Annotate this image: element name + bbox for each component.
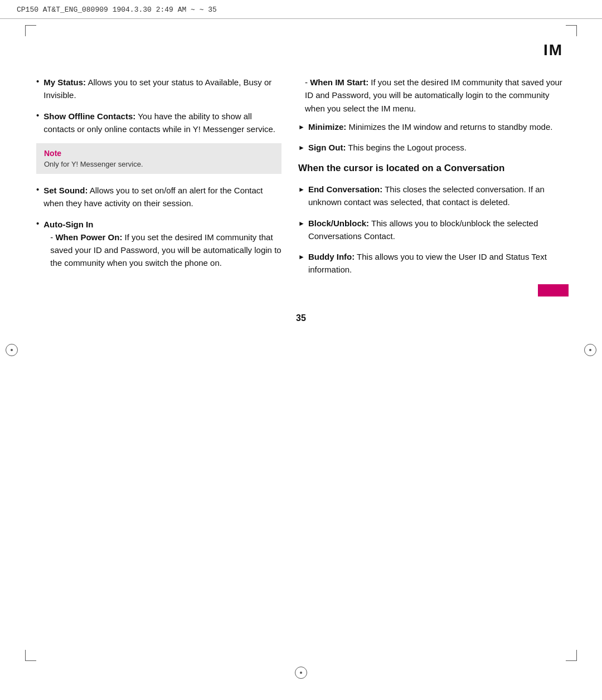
section-heading: When the cursor is located on a Conversa… (298, 162, 569, 175)
bullet-dot: • (36, 218, 39, 228)
tri-item-label: Minimize: (308, 122, 346, 132)
item-label: Set Sound: (43, 186, 88, 195)
bullet-dot: • (36, 184, 39, 194)
item-label: My Status: (43, 77, 86, 87)
note-text: Only for Y! Messenger service. (44, 160, 274, 168)
dash-item: - When IM Start: If you set the desired … (305, 76, 569, 115)
tri-item-text: Minimizes the IM window and returns to s… (346, 122, 552, 132)
tri-bullet-item: ► End Conversation: This closes the sele… (298, 183, 569, 209)
reg-circle-right (584, 344, 596, 356)
auto-sign-in-content: Auto-Sign In - When Power On: If you set… (43, 218, 281, 275)
bullet-dot: • (36, 110, 39, 120)
header-bar: CP150 AT&T_ENG_080909 1904.3.30 2:49 AM … (0, 0, 602, 19)
tri-content: End Conversation: This closes the select… (308, 183, 569, 209)
auto-sign-in-label: Auto-Sign In (43, 220, 93, 229)
page-number: 35 (0, 308, 602, 334)
page-title: IM (0, 19, 602, 70)
item-content: My Status: Allows you to set your status… (43, 76, 281, 102)
triangle-icon: ► (298, 122, 305, 133)
tri-item-label: Block/Unblock: (308, 218, 369, 228)
list-item: • Show Offline Contacts: You have the ab… (36, 110, 281, 136)
tri-bullet-item: ► Minimize: Minimizes the IM window and … (298, 120, 569, 133)
auto-sign-in-wrapper: • Auto-Sign In - When Power On: If you s… (36, 218, 281, 275)
tri-content: Sign Out: This begins the Logout process… (308, 141, 569, 154)
tri-bullet-item: ► Sign Out: This begins the Logout proce… (298, 141, 569, 154)
crop-mark-br (566, 650, 577, 661)
tri-item-text: This begins the Logout process. (346, 143, 467, 152)
triangle-icon: ► (298, 184, 305, 209)
list-item: • My Status: Allows you to set your stat… (36, 76, 281, 102)
tri-bullet-item: ► Block/Unblock: This allows you to bloc… (298, 217, 569, 243)
item-label: Show Offline Contacts: (43, 111, 135, 121)
tri-content: Block/Unblock: This allows you to block/… (308, 217, 569, 243)
accent-bar (538, 284, 569, 296)
crop-mark-bl (25, 650, 36, 661)
reg-circle-left (6, 344, 18, 356)
right-col: - When IM Start: If you set the desired … (298, 76, 569, 296)
tri-content: Buddy Info: This allows you to view the … (308, 250, 569, 276)
page-container: CP150 AT&T_ENG_080909 1904.3.30 2:49 AM … (0, 0, 602, 700)
bullet-dot: • (36, 76, 39, 86)
sub-item-label: When Power On: (55, 232, 122, 242)
tri-bullet-item: ► Buddy Info: This allows you to view th… (298, 250, 569, 276)
triangle-icon: ► (298, 143, 305, 154)
note-box: Note Only for Y! Messenger service. (36, 143, 281, 174)
tri-item-label: Sign Out: (308, 143, 346, 152)
tri-item-label: End Conversation: (308, 184, 382, 194)
header-text: CP150 AT&T_ENG_080909 1904.3.30 2:49 AM … (17, 6, 217, 14)
left-col: • My Status: Allows you to set your stat… (36, 76, 281, 296)
triangle-icon: ► (298, 218, 305, 243)
dash-item-label: When IM Start: (310, 77, 368, 87)
item-content: Set Sound: Allows you to set on/off an a… (43, 184, 281, 210)
triangle-icon: ► (298, 252, 305, 276)
tri-content: Minimize: Minimizes the IM window and re… (308, 120, 569, 133)
item-content: Show Offline Contacts: You have the abil… (43, 110, 281, 136)
crop-mark-tl (25, 25, 36, 36)
content-area: • My Status: Allows you to set your stat… (0, 70, 602, 308)
reg-circle-bottom (295, 667, 307, 679)
sub-item: - When Power On: If you set the desired … (50, 231, 281, 270)
note-title: Note (44, 149, 274, 158)
tri-item-label: Buddy Info: (308, 252, 355, 261)
list-item: • Set Sound: Allows you to set on/off an… (36, 184, 281, 210)
crop-mark-tr (566, 25, 577, 36)
